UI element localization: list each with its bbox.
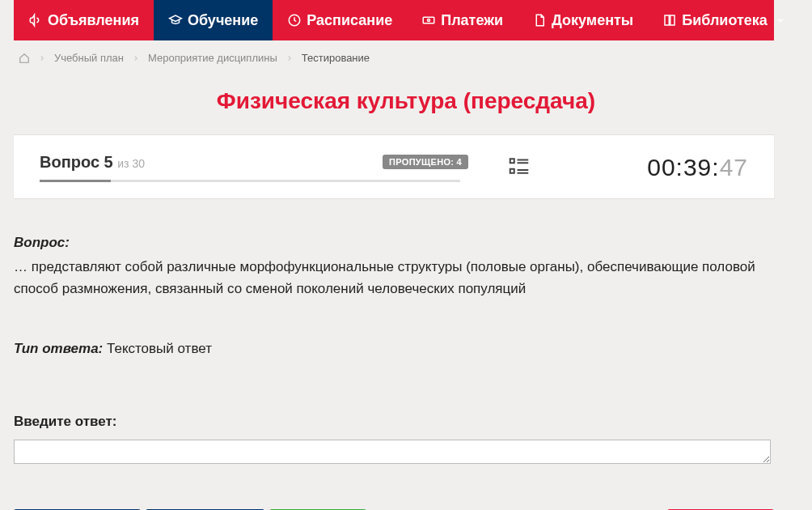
svg-rect-3 xyxy=(510,159,514,163)
grad-cap-icon xyxy=(168,13,183,28)
question-body: Вопрос: … представляют собой различные м… xyxy=(14,198,774,510)
skipped-badge: ПРОПУЩЕНО: 4 xyxy=(383,155,468,169)
nav-label: Платежи xyxy=(441,12,503,29)
nav-label: Документы xyxy=(552,12,633,29)
doc-icon xyxy=(532,13,547,28)
question-label: Вопрос: xyxy=(14,235,70,250)
svg-rect-1 xyxy=(423,17,434,23)
money-icon xyxy=(421,13,436,28)
nav-label: Объявления xyxy=(48,12,139,29)
question-text: … представляют собой различные морфофунк… xyxy=(14,257,774,300)
timer: 00:39:47 xyxy=(570,154,748,181)
book-icon xyxy=(662,13,677,28)
nav-documents[interactable]: Документы xyxy=(518,0,648,40)
megaphone-icon xyxy=(28,13,43,28)
nav-schedule[interactable]: Расписание xyxy=(273,0,407,40)
svg-point-2 xyxy=(428,19,430,22)
svg-rect-4 xyxy=(510,169,514,173)
chevron-right-icon xyxy=(38,54,46,62)
progress-bar xyxy=(40,180,460,182)
breadcrumb-link[interactable]: Мероприятие дисциплины xyxy=(148,52,277,64)
answer-input-label: Введите ответ: xyxy=(14,411,774,432)
chevron-right-icon xyxy=(285,54,294,62)
question-header-card: Вопрос 5 из 30 ПРОПУЩЕНО: 4 xyxy=(14,135,774,198)
nav-label: Обучение xyxy=(188,12,258,29)
nav-label: Библиотека xyxy=(682,12,768,29)
page-title: Физическая культура (пересдача) xyxy=(14,88,798,114)
main-navigation: Объявления Обучение Расписание Платежи xyxy=(14,0,774,40)
home-icon xyxy=(19,53,30,64)
nav-library[interactable]: Библиотека xyxy=(648,0,800,40)
answer-input[interactable] xyxy=(14,440,771,464)
answer-type-value: Текстовый ответ xyxy=(107,341,212,356)
breadcrumb-home[interactable] xyxy=(19,53,30,64)
chevron-right-icon xyxy=(132,54,140,62)
question-list-icon[interactable] xyxy=(507,154,531,181)
breadcrumb-link[interactable]: Учебный план xyxy=(54,52,124,64)
nav-announcements[interactable]: Объявления xyxy=(14,0,154,40)
breadcrumb-current: Тестирование xyxy=(302,52,370,64)
nav-label: Расписание xyxy=(307,12,392,29)
nav-payments[interactable]: Платежи xyxy=(407,0,518,40)
answer-type-label: Тип ответа: xyxy=(14,341,103,356)
chevron-down-icon xyxy=(776,15,785,25)
breadcrumb: Учебный план Мероприятие дисциплины Тест… xyxy=(14,40,798,70)
nav-education[interactable]: Обучение xyxy=(154,0,273,40)
clock-icon xyxy=(287,13,302,28)
